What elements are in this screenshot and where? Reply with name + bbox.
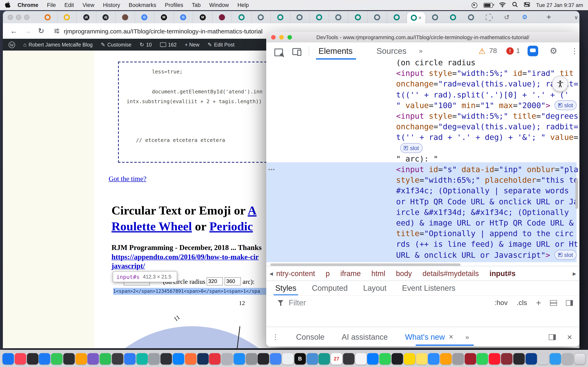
styles-filter-input[interactable]: Filter (289, 299, 306, 308)
dock-icon[interactable] (465, 353, 476, 364)
window-minimize-button[interactable] (16, 15, 21, 20)
devtools-code-line[interactable]: URL & onclick URL or Javascript">slot (396, 249, 577, 260)
dock-icon[interactable] (501, 353, 512, 364)
devtools-code-line[interactable]: style="width:65%;" placeholder="this te (396, 175, 578, 185)
browser-tab[interactable] (271, 11, 290, 23)
new-style-rule-icon[interactable]: + (536, 298, 541, 308)
browser-tab[interactable] (116, 11, 135, 23)
browser-tab[interactable] (57, 11, 77, 23)
browser-tab[interactable]: di (77, 11, 96, 23)
dock-icon[interactable] (2, 353, 14, 364)
browser-tab[interactable] (348, 11, 368, 23)
heading-link[interactable]: Roulette Wheel (112, 219, 192, 233)
menu-item-chrome[interactable]: Chrome (17, 2, 38, 8)
dock-icon[interactable] (51, 353, 62, 364)
got-the-time-link[interactable]: Got the time? (109, 175, 146, 183)
wp-updates[interactable]: ↻10 (140, 42, 152, 48)
dock-icon[interactable] (428, 353, 440, 364)
browser-tab[interactable]: M (193, 11, 213, 23)
devtools-titlebar[interactable]: DevTools - www.rjmprogramming.com.au/ITb… (266, 32, 579, 43)
forward-icon[interactable]: → (24, 27, 31, 35)
device-toolbar-icon[interactable] (292, 48, 301, 55)
window-zoom-button[interactable] (287, 35, 292, 39)
devtools-code-line[interactable]: <input id="s" data-id="inp" onblur="pla (396, 164, 579, 175)
devtools-code-line[interactable]: eed) & image URL or HtTp QR Code URL & (396, 217, 573, 228)
dock-icon[interactable] (185, 353, 196, 364)
dock-icon[interactable] (440, 353, 452, 364)
drawer-close-icon[interactable]: × (567, 332, 572, 342)
browser-tab[interactable] (232, 11, 251, 23)
wp-site-name[interactable]: ⌂Robert James Metcalfe Blog (23, 42, 93, 48)
dock-icon[interactable] (258, 353, 269, 364)
devtools-code-line[interactable]: onchange="deg=eval(this.value); radbit= (396, 121, 578, 132)
browser-tab[interactable]: G (174, 11, 193, 23)
dock-icon[interactable] (75, 353, 87, 364)
dock-icon[interactable] (525, 353, 537, 364)
element-state-icon[interactable] (550, 300, 557, 306)
browser-tab[interactable] (38, 11, 57, 23)
dock-icon[interactable] (392, 353, 403, 364)
control-center-icon[interactable] (524, 2, 530, 8)
browser-tab[interactable] (462, 11, 480, 23)
browser-tab[interactable] (213, 11, 232, 23)
styles-tab-event-listeners[interactable]: Event Listeners (402, 281, 456, 295)
vertical-scrollbar[interactable] (575, 179, 578, 209)
menu-item-file[interactable]: File (47, 2, 56, 8)
error-count[interactable]: 1 (516, 42, 520, 59)
devtools-code-line[interactable]: slot (396, 142, 423, 154)
dock-icon[interactable]: 27 (331, 353, 342, 364)
dock-icon[interactable] (233, 353, 245, 364)
dock-icon[interactable] (343, 353, 355, 364)
dock-icon[interactable] (136, 353, 148, 364)
dock-icon[interactable] (513, 353, 525, 364)
browser-tab[interactable]: M (154, 11, 174, 23)
drawer-more-icon[interactable]: » (466, 333, 469, 341)
battery-icon[interactable] (484, 3, 493, 8)
dock-icon[interactable] (367, 353, 379, 364)
wp-comments[interactable]: 162 (160, 42, 177, 48)
inspect-element-icon[interactable] (274, 48, 283, 56)
devtools-code-line[interactable]: title="Optionally | append to the circ (396, 228, 573, 239)
devtools-code-line[interactable]: ircle &#x1f34d; &#x1f34c; (Optionally (396, 207, 569, 218)
window-close-button[interactable] (8, 15, 13, 20)
styles-tab-layout[interactable]: Layout (363, 281, 387, 295)
breadcrumb-item[interactable]: body (396, 269, 412, 278)
settings-tab-icon[interactable]: ⚙ (516, 11, 534, 23)
dock-icon[interactable] (15, 353, 26, 364)
browser-tab[interactable] (251, 11, 271, 23)
dock-icon[interactable] (452, 353, 464, 364)
dock-icon[interactable] (246, 353, 257, 364)
dock-icon[interactable] (306, 353, 318, 364)
dock-icon[interactable] (537, 353, 549, 364)
browser-tab[interactable]: G (135, 11, 154, 23)
ai-assistance-icon[interactable] (527, 46, 538, 56)
menu-item-history[interactable]: History (103, 2, 120, 8)
browser-tab[interactable] (290, 11, 310, 23)
devtools-code-line[interactable]: t(('' + rad).split('.')[0] + '.' + (' (396, 89, 569, 100)
hover-state-toggle[interactable]: :hov (494, 299, 508, 307)
computed-sidebar-icon[interactable] (566, 300, 573, 306)
breadcrumb-item[interactable]: ntry-content (276, 269, 315, 278)
new-tab-button[interactable]: + (544, 12, 554, 22)
dock-icon[interactable] (39, 353, 51, 364)
error-icon[interactable]: ! (506, 47, 514, 55)
browser-tab-group-icon[interactable] (480, 11, 498, 23)
heading-link[interactable]: A (248, 203, 256, 217)
site-settings-icon[interactable] (54, 28, 60, 34)
window-close-button[interactable] (271, 35, 276, 39)
devtools-code-line[interactable]: t('' + rad + '.' + deg) + '&'; " value= (396, 132, 578, 143)
wp-edit-post[interactable]: ✎Edit Post (208, 42, 234, 48)
styles-tab-computed[interactable]: Computed (312, 281, 348, 295)
dock-icon[interactable] (27, 353, 38, 364)
kebab-menu-icon[interactable]: ⋮ (571, 42, 578, 59)
wifi-icon[interactable] (499, 2, 506, 8)
browser-tab[interactable] (329, 11, 348, 23)
breadcrumb-item[interactable]: p (326, 269, 330, 278)
class-toggle[interactable]: .cls (517, 299, 527, 307)
dock-icon-trash[interactable] (574, 353, 585, 364)
accessibility-button[interactable] (552, 76, 568, 92)
slot-badge[interactable]: slot (554, 250, 577, 259)
menu-item-tab[interactable]: Tab (192, 2, 201, 8)
slot-badge[interactable]: slot (400, 143, 423, 153)
browser-tab[interactable] (426, 11, 444, 23)
